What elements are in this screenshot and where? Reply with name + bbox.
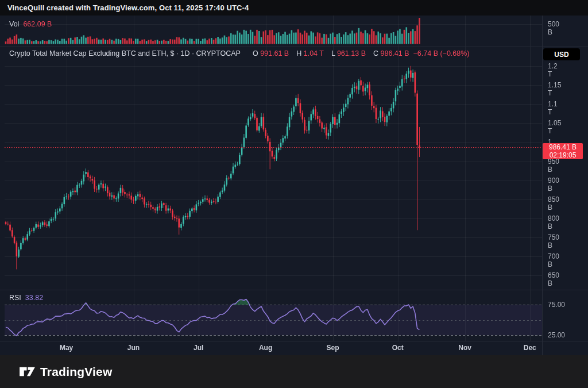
price-axis-label: 800 B — [548, 214, 559, 231]
price-axis-label: 1.2 T — [548, 62, 558, 78]
rsi-legend-label: RSI — [9, 294, 21, 302]
price-axis-border — [542, 16, 543, 355]
pane-separator-rsi[interactable] — [0, 290, 588, 290]
volume-legend-label: Vol — [9, 20, 19, 28]
tradingview-brand-text[interactable]: TradingView — [40, 365, 113, 379]
price-axis-label: 1.05 T — [548, 119, 561, 135]
tradingview-logo-icon[interactable] — [20, 366, 35, 378]
price-axis-label: 1.15 T — [548, 81, 561, 97]
time-axis-label-dec: Dec — [524, 344, 536, 352]
volume-axis-label: 500 B — [548, 20, 559, 36]
time-axis-label-oct: Oct — [392, 344, 404, 352]
rsi-legend-value: 33.82 — [25, 294, 43, 302]
bar-countdown: 02:19:05 — [543, 151, 583, 159]
time-axis[interactable]: MayJunJulAugSepOctNovDec — [0, 341, 542, 355]
rsi-legend[interactable]: RSI 33.82 — [9, 294, 43, 302]
ohlc-high: H 1.04 T — [293, 49, 324, 57]
price-axis-label: 900 B — [548, 176, 559, 193]
price-axis-label: 950 B — [548, 157, 559, 174]
time-axis-label-jul: Jul — [194, 344, 203, 352]
last-price-badge[interactable]: 986.41 B 02:19:05 — [543, 143, 583, 159]
volume-legend-value: 662.09 B — [23, 20, 52, 28]
time-axis-label-jun: Jun — [127, 344, 140, 352]
price-axis-label: 650 B — [548, 271, 559, 287]
attribution-text: VinceQuill created with TradingView.com,… — [0, 3, 249, 12]
tradingview-chart-page: VinceQuill created with TradingView.com,… — [0, 0, 588, 388]
time-axis-label-nov: Nov — [458, 344, 471, 352]
ohlc-close: C 986.41 B — [370, 49, 409, 57]
price-axis-label: 850 B — [548, 195, 559, 212]
pane-separator-volume[interactable] — [0, 47, 588, 47]
last-price-value: 986.41 B — [543, 143, 583, 151]
symbol-title[interactable]: Crypto Total Market Cap Excluding BTC an… — [9, 49, 241, 57]
volume-legend[interactable]: Vol 662.09 B — [9, 20, 52, 28]
currency-toggle-button[interactable]: USD — [543, 48, 580, 60]
rsi-axis-label: 25.00 — [548, 331, 565, 339]
price-axis-label: 700 B — [548, 252, 559, 268]
time-axis-label-sep: Sep — [327, 344, 339, 352]
price-axis-label: 1.1 T — [548, 100, 558, 116]
rsi-axis-label: 75.00 — [548, 301, 565, 309]
ohlc-open: O 991.61 B — [249, 49, 289, 57]
attribution-bar: VinceQuill created with TradingView.com,… — [0, 0, 588, 16]
price-axis-label: 750 B — [548, 233, 559, 249]
ohlc-low: L 961.13 B — [328, 49, 366, 57]
footer-bar: TradingView — [0, 355, 588, 388]
change-value: −6.74 B (−0.68%) — [413, 49, 470, 57]
time-axis-label-may: May — [60, 344, 73, 352]
time-axis-label-aug: Aug — [259, 344, 272, 352]
symbol-legend[interactable]: Crypto Total Market Cap Excluding BTC an… — [9, 49, 470, 57]
chart-canvas[interactable] — [0, 16, 588, 355]
